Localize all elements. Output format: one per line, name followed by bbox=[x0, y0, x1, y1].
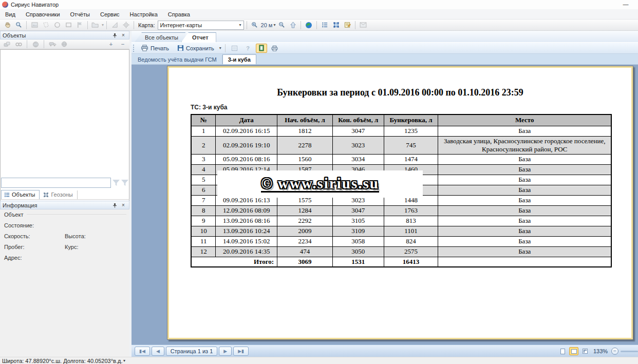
coordinates-text: Широта: 47.88920°с.ш. Долгота: 40.05203°… bbox=[2, 358, 122, 364]
expand-all-icon[interactable]: + bbox=[106, 40, 116, 49]
fit-width-icon bbox=[571, 349, 577, 354]
pin-icon[interactable] bbox=[112, 33, 120, 38]
speed-label: Скорость: bbox=[4, 233, 65, 239]
print-button[interactable]: Печать bbox=[138, 44, 172, 52]
menu-help[interactable]: Справка bbox=[163, 10, 195, 19]
geozone-polygon-icon[interactable] bbox=[331, 21, 341, 30]
row-number-cell: 10 bbox=[191, 226, 216, 236]
tab-all-objects[interactable]: Все объекты bbox=[135, 32, 185, 42]
date-cell: 14.09.2016 15:02 bbox=[216, 236, 277, 246]
zoom-select-icon[interactable] bbox=[13, 21, 24, 30]
page-setup-button[interactable] bbox=[229, 44, 240, 53]
tab-objects[interactable]: Объекты bbox=[1, 190, 40, 199]
map-combo[interactable]: Интернет-карты ▾ bbox=[158, 21, 244, 30]
report-tab-strip: Ведомость учёта выдачи ГСМ 3-и куба bbox=[132, 54, 638, 65]
vehicle-icon[interactable] bbox=[47, 40, 58, 49]
tab-geozones[interactable]: Геозоны bbox=[41, 190, 77, 199]
zoom-slider[interactable] bbox=[621, 351, 638, 352]
row-number-cell: 8 bbox=[191, 205, 216, 216]
tab-all-objects-label: Все объекты bbox=[145, 34, 178, 41]
table-row: 1114.09.2016 15:0222343058824База bbox=[191, 236, 611, 246]
layers-folder-icon[interactable] bbox=[90, 21, 101, 30]
groupbox-line bbox=[27, 214, 126, 215]
toolbar-grip[interactable] bbox=[133, 44, 135, 52]
close-icon[interactable]: × bbox=[120, 202, 127, 208]
tab-3-kuba[interactable]: 3-и куба bbox=[222, 54, 256, 64]
zoom-scale-caret[interactable]: ▾ bbox=[273, 23, 275, 27]
prev-page-button[interactable]: ◀ bbox=[152, 347, 164, 356]
zoom-in-icon[interactable] bbox=[250, 21, 260, 30]
world-icon[interactable] bbox=[59, 40, 69, 49]
tab-gsm-report-label: Ведомость учёта выдачи ГСМ bbox=[138, 56, 217, 63]
clear-filter-icon[interactable] bbox=[121, 180, 128, 186]
home-extent-icon[interactable] bbox=[288, 21, 298, 30]
link-objects-icon[interactable] bbox=[13, 40, 24, 49]
menu-view[interactable]: Вид bbox=[0, 10, 21, 19]
flag-icon[interactable] bbox=[74, 21, 85, 30]
report-viewer[interactable]: Бункеровки за период с 01.09.2016 00:00 … bbox=[132, 65, 638, 344]
start-volume-cell: 2278 bbox=[277, 136, 333, 154]
height-label: Высота: bbox=[65, 233, 125, 239]
map-area-icon[interactable] bbox=[29, 21, 40, 30]
mail-icon[interactable] bbox=[358, 21, 368, 30]
status-dropdown-caret[interactable]: ▾ bbox=[123, 358, 125, 363]
last-page-button[interactable]: ▶▮ bbox=[233, 347, 249, 356]
close-icon[interactable]: × bbox=[120, 32, 127, 38]
app-icon bbox=[2, 2, 8, 8]
minimize-button[interactable]: — bbox=[620, 1, 632, 8]
table-row: 202.09.2016 19:1022783023745Заводская ул… bbox=[191, 136, 611, 154]
row-number-cell: 4 bbox=[191, 164, 216, 175]
menu-reports[interactable]: Отчёты bbox=[65, 10, 95, 19]
pan-hand-icon[interactable] bbox=[2, 21, 12, 30]
first-page-button[interactable]: ▮◀ bbox=[135, 347, 150, 356]
rect-select-icon[interactable] bbox=[63, 21, 73, 30]
state-label: Состояние: bbox=[4, 222, 34, 228]
zoom-out-icon[interactable] bbox=[276, 21, 287, 30]
single-page-view-button[interactable] bbox=[256, 44, 267, 53]
polygon-select-icon[interactable] bbox=[41, 21, 51, 30]
date-cell: 13.09.2016 10:24 bbox=[216, 226, 277, 236]
show-on-map-icon[interactable] bbox=[30, 40, 41, 49]
collapse-all-icon[interactable]: − bbox=[118, 40, 128, 49]
globe-icon[interactable] bbox=[304, 21, 314, 30]
main-area: Все объекты Отчет Печать Сохранить ▾ ? bbox=[132, 31, 638, 357]
objects-toolbar: + − bbox=[0, 40, 129, 49]
search-input[interactable] bbox=[1, 178, 111, 188]
menu-service[interactable]: Сервис bbox=[95, 10, 125, 19]
zoom-scale-value[interactable]: 20 м bbox=[261, 22, 273, 28]
pin-icon[interactable] bbox=[112, 203, 120, 208]
map-combo-caret: ▾ bbox=[239, 23, 241, 27]
window-title: Сириус Навигатор bbox=[11, 2, 59, 8]
date-cell: 20.09.2016 14:35 bbox=[216, 246, 277, 257]
next-page-button[interactable]: ▶ bbox=[219, 347, 232, 356]
print-layout-button[interactable] bbox=[269, 44, 280, 53]
object-list-icon[interactable] bbox=[320, 21, 330, 30]
help-button[interactable]: ? bbox=[242, 44, 254, 53]
folder-dropdown-caret[interactable]: ▾ bbox=[102, 23, 104, 27]
filter-icon[interactable] bbox=[112, 180, 120, 186]
start-volume-cell: 1284 bbox=[277, 205, 333, 216]
tab-report[interactable]: Отчет bbox=[181, 32, 216, 42]
table-row: 812.09.2016 08:09128430471763База bbox=[191, 205, 611, 216]
menu-settings[interactable]: Настройка bbox=[125, 10, 163, 19]
toolbar-separator bbox=[87, 21, 88, 29]
multi-page-view-button[interactable] bbox=[580, 347, 590, 355]
toolbar-separator bbox=[44, 40, 44, 48]
ruler-icon[interactable] bbox=[109, 21, 120, 30]
one-page-view-button[interactable] bbox=[558, 347, 567, 355]
toolbar-separator bbox=[134, 21, 134, 29]
save-button[interactable]: Сохранить bbox=[174, 44, 217, 52]
add-object-icon[interactable] bbox=[2, 40, 12, 49]
bunkering-cell: 1101 bbox=[384, 226, 438, 236]
fit-width-view-button[interactable] bbox=[569, 347, 578, 355]
menu-directories[interactable]: Справочники bbox=[21, 10, 65, 19]
report-subtitle: ТС: 3-и куба bbox=[191, 104, 227, 111]
zoom-out-button[interactable]: − bbox=[611, 348, 618, 355]
toolbar-separator bbox=[301, 21, 301, 29]
col-number: № bbox=[191, 114, 216, 126]
gear-icon[interactable] bbox=[121, 21, 131, 30]
save-dropdown-caret[interactable]: ▾ bbox=[219, 46, 221, 50]
tab-gsm-report[interactable]: Ведомость учёта выдачи ГСМ bbox=[133, 55, 222, 64]
circle-select-icon[interactable] bbox=[52, 21, 62, 30]
notes-edit-icon[interactable] bbox=[342, 21, 352, 30]
